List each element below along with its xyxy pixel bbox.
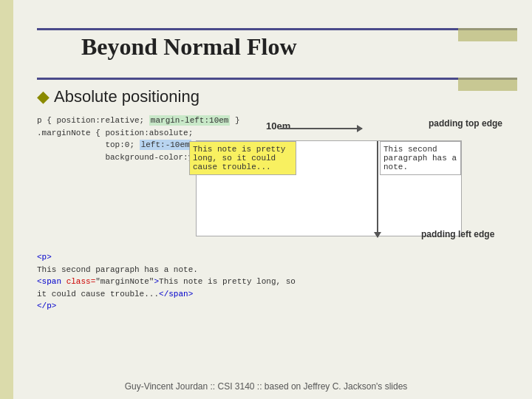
slide-title: Beyond Normal Flow (81, 33, 297, 61)
demo-area: This note is pretty long, so it could ca… (196, 140, 462, 236)
note-box: This note is pretty long, so it could ca… (189, 141, 296, 175)
html-line-1: <p> (37, 251, 310, 264)
label-padding-top: padding top edge (429, 118, 517, 129)
accent-second-right (458, 78, 517, 91)
bullet-text: Absolute positioning (54, 87, 200, 106)
top-line (37, 28, 517, 30)
html-source-block: <p> This second paragraph has a note. <s… (37, 251, 310, 313)
arrow-10em (281, 128, 362, 129)
label-10em: 10em (266, 120, 290, 132)
olive-bar (0, 0, 13, 399)
footer: Guy-Vincent Jourdan :: CSI 3140 :: based… (0, 381, 532, 392)
html-line-4: it could cause trouble...</span> (37, 288, 310, 301)
code-highlight-margin: margin-left:10em (149, 115, 231, 126)
code-highlight-left: left:-10em (140, 140, 191, 150)
html-line-5: </p> (37, 300, 310, 313)
second-line (37, 78, 517, 80)
accent-top-right (458, 28, 517, 41)
second-para-box: This second paragraph has a note. (380, 141, 461, 175)
html-line-2: This second paragraph has a note. (37, 264, 310, 276)
label-padding-left: padding left edge (421, 229, 510, 239)
vert-line-padding-left (377, 141, 378, 237)
bullet-diamond: ◆ (37, 87, 50, 106)
html-line-3: <span class="marginNote">This note is pr… (37, 276, 310, 288)
content-area: p { position:relative; margin-left:10em … (37, 115, 517, 362)
bullet-point: ◆Absolute positioning (37, 87, 200, 106)
